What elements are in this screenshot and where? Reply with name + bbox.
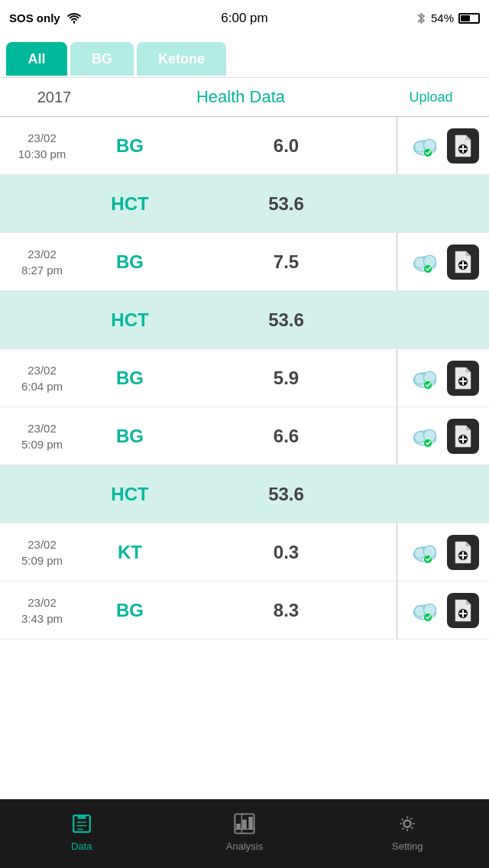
bottom-tab-analysis[interactable]: Analysis: [163, 810, 325, 858]
row-actions: [397, 361, 489, 396]
content-area: 2017 Health Data Upload 23/0210:30 pm BG…: [0, 78, 489, 799]
tab-all[interactable]: All: [6, 42, 67, 76]
row-type: BG: [84, 135, 176, 157]
cloud-upload-button[interactable]: [407, 245, 442, 280]
row-type: BG: [84, 600, 176, 621]
table-header: 2017 Health Data Upload: [0, 78, 489, 117]
svg-point-3: [423, 148, 432, 157]
svg-rect-39: [242, 819, 246, 829]
analysis-tab-label: Analysis: [226, 840, 263, 852]
row-type: KT: [84, 542, 176, 563]
data-tab-label: Data: [71, 840, 92, 852]
table-row: HCT 53.6: [0, 291, 489, 349]
row-type: BG: [84, 368, 176, 389]
row-value: 6.6: [176, 426, 397, 447]
row-value: 7.5: [176, 251, 397, 273]
svg-point-23: [423, 555, 432, 563]
row-actions: [397, 593, 489, 628]
row-date: [0, 314, 84, 326]
bluetooth-icon: [416, 11, 426, 25]
bottom-tab-data[interactable]: Data: [0, 810, 163, 858]
analysis-icon: [231, 810, 258, 837]
health-data-label: Health Data: [96, 87, 385, 107]
table-row: HCT 53.6: [0, 465, 489, 523]
row-date: 23/025:09 pm: [0, 414, 84, 458]
cloud-upload-button[interactable]: [407, 593, 442, 628]
table-row: 23/025:09 pm BG 6.6: [0, 407, 489, 465]
cloud-upload-button[interactable]: [407, 419, 442, 454]
row-value: 8.3: [176, 600, 397, 621]
svg-rect-40: [248, 817, 252, 829]
row-type: BG: [84, 251, 176, 273]
status-time: 6:00 pm: [221, 11, 267, 26]
tab-bar: All BG Ketone: [0, 36, 489, 78]
battery-percent: 54%: [431, 11, 454, 24]
cloud-upload-button[interactable]: [407, 128, 442, 164]
row-actions: [397, 128, 489, 164]
divider: [397, 465, 397, 523]
data-icon: [68, 810, 96, 837]
row-date: 23/0210:30 pm: [0, 124, 84, 168]
svg-point-18: [423, 439, 432, 447]
row-date: [0, 198, 84, 210]
row-value: 53.6: [176, 193, 397, 215]
svg-rect-38: [236, 824, 240, 829]
bottom-tab-bar: Data Analysis Setting: [0, 799, 489, 868]
row-value: 5.9: [176, 368, 397, 389]
status-bar: SOS only 6:00 pm 54%: [0, 0, 489, 36]
row-date: [0, 488, 84, 500]
divider: [397, 175, 397, 232]
cloud-upload-button[interactable]: [407, 361, 442, 396]
svg-point-42: [404, 820, 411, 827]
wifi-icon: [66, 12, 82, 24]
add-doc-button[interactable]: [447, 361, 479, 396]
table-row: 23/023:43 pm BG 8.3: [0, 581, 489, 640]
table-row: 23/028:27 pm BG 7.5: [0, 233, 489, 291]
add-doc-button[interactable]: [447, 245, 479, 280]
row-date: 23/026:04 pm: [0, 356, 84, 400]
svg-rect-31: [77, 815, 86, 819]
table-row: 23/026:04 pm BG 5.9: [0, 349, 489, 407]
add-doc-button[interactable]: [447, 593, 479, 628]
cloud-upload-button[interactable]: [407, 535, 442, 570]
setting-icon: [393, 810, 421, 837]
row-type: HCT: [84, 484, 176, 505]
row-type: HCT: [84, 193, 176, 215]
row-actions: [397, 535, 489, 570]
battery-icon: [458, 13, 480, 24]
row-type: HCT: [84, 309, 176, 331]
svg-point-28: [423, 613, 432, 621]
divider: [397, 291, 397, 348]
row-date: 23/025:09 pm: [0, 530, 84, 575]
svg-point-8: [423, 264, 432, 273]
row-value: 6.0: [176, 135, 397, 157]
sos-text: SOS only: [9, 11, 60, 24]
svg-point-13: [423, 381, 432, 389]
tab-ketone[interactable]: Ketone: [137, 42, 226, 76]
status-right: 54%: [416, 11, 480, 25]
year-label: 2017: [12, 89, 96, 106]
row-value: 0.3: [176, 542, 397, 563]
bottom-tab-setting[interactable]: Setting: [326, 810, 489, 858]
row-actions: [397, 419, 489, 454]
table-row: 23/0210:30 pm BG 6.0: [0, 117, 489, 175]
row-date: 23/028:27 pm: [0, 240, 84, 284]
tab-bg[interactable]: BG: [70, 42, 134, 76]
add-doc-button[interactable]: [447, 419, 479, 454]
status-left: SOS only: [9, 11, 82, 24]
row-actions: [397, 245, 489, 280]
row-date: 23/023:43 pm: [0, 588, 84, 633]
upload-label: Upload: [385, 89, 477, 105]
row-type: BG: [84, 426, 176, 447]
table-row: 23/025:09 pm KT 0.3: [0, 523, 489, 581]
row-value: 53.6: [176, 309, 397, 331]
setting-tab-label: Setting: [392, 840, 423, 852]
table-row: HCT 53.6: [0, 175, 489, 233]
row-value: 53.6: [176, 484, 397, 505]
add-doc-button[interactable]: [447, 128, 479, 164]
add-doc-button[interactable]: [447, 535, 479, 570]
